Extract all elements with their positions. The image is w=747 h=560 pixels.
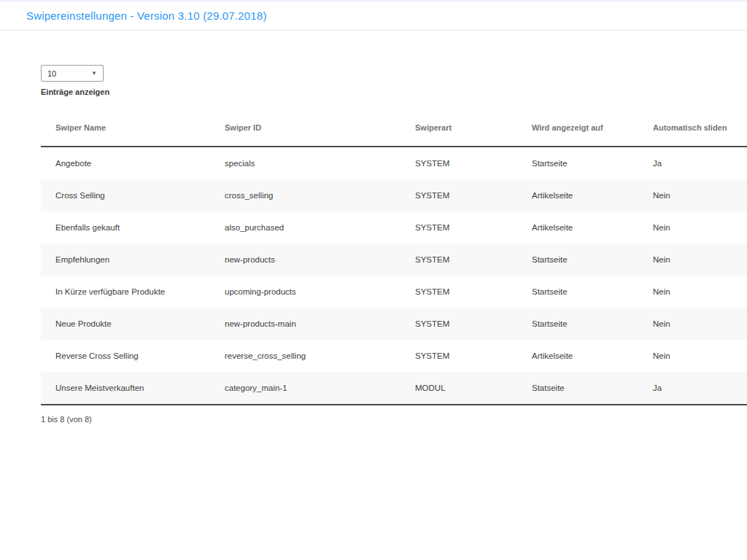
table-cell: Nein <box>638 340 747 372</box>
page-size-select[interactable]: 10 ▼ <box>41 65 104 82</box>
table-cell: upcoming-products <box>210 276 400 308</box>
table-cell: Startseite <box>517 244 638 276</box>
table-cell: Ja <box>638 147 747 179</box>
table-cell: Cross Selling <box>41 179 210 211</box>
table-cell: also_purchased <box>210 211 400 244</box>
table-cell: new-products-main <box>210 308 400 340</box>
table-row[interactable]: Ebenfalls gekauftalso_purchasedSYSTEMArt… <box>41 211 747 244</box>
table-cell: Startseite <box>517 147 638 179</box>
column-header: Swiper Name <box>41 109 210 147</box>
table-cell: Unsere Meistverkauften <box>41 372 210 405</box>
table-cell: Startseite <box>517 276 638 308</box>
table-cell: Artikelseite <box>517 340 638 372</box>
column-header: Swiperart <box>400 109 517 147</box>
column-header: Wird angezeigt auf <box>517 109 638 147</box>
table-row[interactable]: Cross Sellingcross_sellingSYSTEMArtikels… <box>41 179 747 211</box>
table-cell: Nein <box>638 211 747 244</box>
table-cell: Artikelseite <box>517 179 638 211</box>
table-cell: SYSTEM <box>400 147 517 179</box>
page-header: Swipereinstellungen - Version 3.10 (29.0… <box>0 0 747 31</box>
page-size-label: Einträge anzeigen <box>41 88 747 96</box>
swiper-table: Swiper NameSwiper IDSwiperartWird angeze… <box>41 109 747 405</box>
table-cell: Neue Produkte <box>41 308 210 340</box>
table-cell: Reverse Cross Selling <box>41 340 210 372</box>
table-cell: Nein <box>638 308 747 340</box>
table-cell: Statseite <box>517 372 638 405</box>
table-cell: specials <box>210 147 400 179</box>
table-cell: new-products <box>210 244 400 276</box>
table-row[interactable]: In Kürze verfügbare Produkteupcoming-pro… <box>41 276 747 308</box>
table-cell: cross_selling <box>210 179 400 211</box>
table-row[interactable]: Reverse Cross Sellingreverse_cross_selli… <box>41 340 747 372</box>
table-row[interactable]: AngebotespecialsSYSTEMStartseiteJa <box>41 147 747 179</box>
table-body: AngebotespecialsSYSTEMStartseiteJaCross … <box>41 147 747 405</box>
table-row[interactable]: Neue Produktenew-products-mainSYSTEMStar… <box>41 308 747 340</box>
table-row[interactable]: Unsere Meistverkauftencategory_main-1MOD… <box>41 372 747 405</box>
table-header-row: Swiper NameSwiper IDSwiperartWird angeze… <box>41 109 747 147</box>
page-size-control: 10 ▼ Einträge anzeigen <box>41 65 747 96</box>
page-title: Swipereinstellungen - Version 3.10 (29.0… <box>26 9 747 22</box>
page-size-value: 10 <box>47 69 56 78</box>
table-cell: MODUL <box>400 372 517 405</box>
table-cell: SYSTEM <box>400 211 517 244</box>
column-header: Swiper ID <box>210 109 400 147</box>
table-cell: Angebote <box>41 147 210 179</box>
table-cell: In Kürze verfügbare Produkte <box>41 276 210 308</box>
chevron-down-icon: ▼ <box>91 71 97 77</box>
table-cell: Artikelseite <box>517 211 638 244</box>
pagination-info: 1 bis 8 (von 8) <box>41 415 747 424</box>
table-cell: SYSTEM <box>400 244 517 276</box>
table-cell: Empfehlungen <box>41 244 210 276</box>
table-cell: SYSTEM <box>400 276 517 308</box>
table-cell: category_main-1 <box>210 372 400 405</box>
table-row[interactable]: Empfehlungennew-productsSYSTEMStartseite… <box>41 244 747 276</box>
table-cell: Nein <box>638 179 747 211</box>
table-cell: SYSTEM <box>400 308 517 340</box>
table-cell: Nein <box>638 244 747 276</box>
table-cell: reverse_cross_selling <box>210 340 400 372</box>
table-cell: Ja <box>638 372 747 405</box>
column-header: Automatisch sliden <box>638 109 747 147</box>
table-cell: Startseite <box>517 308 638 340</box>
table-cell: Nein <box>638 276 747 308</box>
table-cell: Ebenfalls gekauft <box>41 211 210 244</box>
table-cell: SYSTEM <box>400 340 517 372</box>
table-cell: SYSTEM <box>400 179 517 211</box>
content: 10 ▼ Einträge anzeigen Swiper NameSwiper… <box>41 31 747 424</box>
